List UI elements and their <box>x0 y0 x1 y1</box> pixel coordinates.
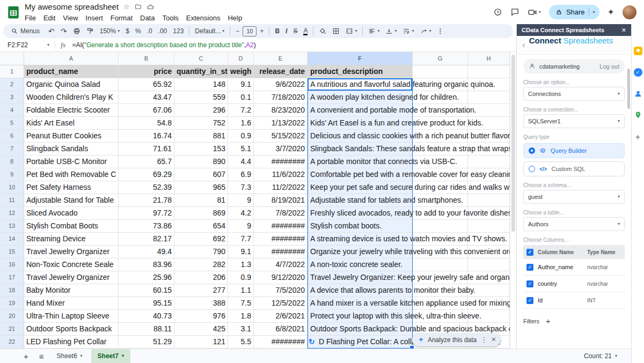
name-box-caret-icon[interactable]: ▾ <box>47 43 49 47</box>
cell[interactable]: ######## <box>254 246 308 258</box>
cell[interactable] <box>468 65 510 78</box>
menu-edit[interactable]: Edit <box>40 14 59 22</box>
get-addons-icon[interactable]: + <box>635 132 640 142</box>
cell[interactable]: Pet Safety Harness <box>24 181 119 194</box>
cell[interactable]: 9/6/2022 <box>254 78 308 91</box>
increase-font-size-button[interactable]: + <box>257 25 266 37</box>
cell[interactable]: Comfortable pet bed with a removable cov… <box>308 168 413 181</box>
row-header-15[interactable]: 15 <box>0 246 24 258</box>
cell[interactable]: 43.47 <box>119 91 174 104</box>
cell[interactable]: 88.11 <box>119 323 174 336</box>
tab-sheet6[interactable]: Sheet6▾ <box>50 349 89 363</box>
cell[interactable]: A hand mixer is a versatile kitchen appl… <box>308 297 413 310</box>
option-select[interactable]: Connections▾ <box>523 87 625 101</box>
horizontal-align-button[interactable]: ▾ <box>365 25 382 37</box>
cell[interactable]: Kids' Art Easel <box>24 117 119 130</box>
tab-menu-icon[interactable]: ▾ <box>80 354 83 358</box>
star-icon[interactable]: ☆ <box>123 3 130 11</box>
cell[interactable]: 0.9 <box>228 271 254 284</box>
cell[interactable]: Travel Jewelry Organizer <box>24 246 119 258</box>
cell[interactable]: 69.29 <box>119 168 174 181</box>
cell[interactable]: Pet Bed with Removable C <box>24 168 119 181</box>
cell[interactable]: Outdoor Sports Backpack <box>24 323 119 336</box>
column-header-F[interactable]: F <box>308 52 413 65</box>
sidebar-close-icon[interactable]: ✕ <box>621 27 626 34</box>
print-button[interactable] <box>70 25 83 37</box>
cell[interactable]: Slingback Sandals: These sandals feature… <box>308 143 413 155</box>
cell[interactable]: LED Flashing Pet Collar <box>24 336 119 349</box>
cell[interactable]: Travel Jewelry Organizer: Keep your jewe… <box>308 271 413 284</box>
cell[interactable]: 1.3 <box>228 258 254 271</box>
row-header-4[interactable]: 4 <box>0 104 24 117</box>
bold-button[interactable]: B <box>272 25 282 37</box>
share-button[interactable]: Share ▾ <box>549 5 599 19</box>
menu-data[interactable]: Data <box>136 14 158 22</box>
column-header-B[interactable]: B <box>119 52 174 65</box>
cell[interactable]: 965 <box>174 181 228 194</box>
redo-button[interactable]: ↷ <box>58 25 70 37</box>
cell[interactable]: 752 <box>174 117 228 130</box>
cell[interactable]: 8/19/2021 <box>254 194 308 207</box>
tab-menu-icon[interactable]: ▾ <box>122 354 124 358</box>
row-header-2[interactable]: 2 <box>0 78 24 91</box>
cell[interactable]: A portable monitor that connects via USB… <box>308 155 413 168</box>
maps-icon[interactable] <box>634 111 642 120</box>
cell[interactable]: Organize your jewelry while traveling wi… <box>308 246 413 258</box>
menu-extensions[interactable]: Extensions <box>182 14 224 22</box>
cell[interactable]: 83.96 <box>119 258 174 271</box>
cell[interactable]: Hand Mixer <box>24 297 119 310</box>
cell[interactable]: 73.86 <box>119 220 174 233</box>
column-header-E[interactable]: E <box>254 52 308 65</box>
selection-count[interactable]: Count: 21▾ <box>584 352 617 360</box>
cell[interactable]: 277 <box>174 284 228 297</box>
cell[interactable]: Streaming Device <box>24 233 119 246</box>
chip-close-icon[interactable]: ✕ <box>491 336 496 343</box>
cell[interactable]: 25.96 <box>119 271 174 284</box>
cell[interactable]: Protect your laptop with this sleek, ult… <box>308 310 413 323</box>
cell[interactable]: 3/7/2020 <box>254 143 308 155</box>
cell[interactable]: 7/18/2020 <box>254 91 308 104</box>
cell[interactable]: 16.74 <box>119 130 174 143</box>
cell[interactable]: weigh <box>228 65 254 78</box>
back-chevron-icon[interactable]: ‹ <box>522 40 525 50</box>
cell[interactable]: 7.7 <box>228 233 254 246</box>
row-header-17[interactable]: 17 <box>0 271 24 284</box>
paint-format-button[interactable] <box>84 25 97 37</box>
row-header-21[interactable]: 21 <box>0 323 24 336</box>
row-header-8[interactable]: 8 <box>0 155 24 168</box>
row-header-6[interactable]: 6 <box>0 130 24 143</box>
scrollbar-thumb[interactable] <box>511 55 515 232</box>
column-checkbox[interactable]: ✓ <box>526 280 533 287</box>
meet-icon[interactable]: ▾ <box>528 8 541 17</box>
cell[interactable]: 1/13/2022 <box>254 117 308 130</box>
row-header-10[interactable]: 10 <box>0 181 24 194</box>
custom-sql-option[interactable]: </> Custom SQL <box>523 161 625 176</box>
increase-decimal-button[interactable]: .00 <box>156 25 170 37</box>
contacts-icon[interactable] <box>634 90 642 98</box>
cell[interactable]: Keep your pet safe and secure during car… <box>308 181 413 194</box>
fill-color-button[interactable] <box>316 25 329 37</box>
row-header-5[interactable]: 5 <box>0 117 24 130</box>
regenerate-icon[interactable]: ↻ <box>309 336 315 348</box>
account-avatar[interactable] <box>623 5 636 19</box>
cell[interactable]: product_description <box>308 65 413 78</box>
fill-handle[interactable] <box>409 345 414 349</box>
vertical-align-button[interactable]: ▾ <box>383 25 399 37</box>
row-header-3[interactable]: 3 <box>0 91 24 104</box>
cell[interactable]: 2/6/2021 <box>254 310 308 323</box>
cell[interactable] <box>468 258 510 271</box>
cell[interactable]: Wooden Children's Play K <box>24 91 119 104</box>
cell[interactable]: 148 <box>174 78 228 91</box>
share-dropdown-icon[interactable]: ▾ <box>593 10 595 14</box>
cell[interactable]: 388 <box>174 297 228 310</box>
cell[interactable]: Non-Toxic Concrete Seale <box>24 258 119 271</box>
cell[interactable]: 11/6/2022 <box>254 168 308 181</box>
select-all-corner[interactable] <box>0 52 24 65</box>
cell[interactable]: 54.8 <box>119 117 174 130</box>
cell[interactable]: 7.3 <box>228 181 254 194</box>
cell[interactable]: 81 <box>174 194 228 207</box>
cell[interactable]: ######## <box>254 220 308 233</box>
cell[interactable]: 9 <box>228 194 254 207</box>
cell[interactable]: 5/15/2022 <box>254 130 308 143</box>
font-selector[interactable]: Default...▾ <box>192 25 227 37</box>
